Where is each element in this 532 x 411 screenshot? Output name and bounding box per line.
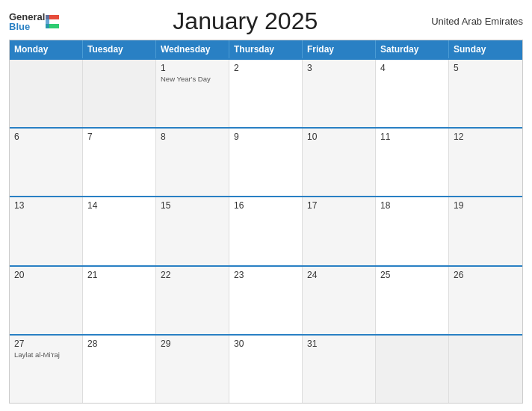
day-number: 5 (454, 63, 518, 73)
day-cell: 17 (303, 197, 376, 265)
day-cell: 9 (229, 129, 303, 196)
weeks-container: 1New Year's Day2345678910111213141516171… (10, 58, 522, 403)
day-cell: 5 (449, 60, 522, 127)
day-header-sat: Saturday (376, 40, 449, 58)
day-cell: 22 (156, 267, 229, 334)
day-number: 21 (87, 270, 151, 280)
logo-blue-text: Blue (9, 22, 45, 31)
week-row-4: 20212223242526 (10, 265, 522, 334)
day-cell (376, 336, 449, 403)
day-header-tue: Tuesday (83, 40, 156, 58)
day-cell: 30 (229, 336, 303, 403)
day-number: 17 (307, 200, 371, 211)
logo-icon (46, 15, 59, 28)
day-cell: 14 (83, 197, 156, 265)
week-row-2: 6789101112 (10, 127, 522, 196)
country-name: United Arab Emirates (431, 16, 523, 27)
week-row-1: 1New Year's Day2345 (10, 58, 522, 127)
day-cell (449, 336, 522, 403)
day-cell: 20 (10, 267, 83, 334)
day-number: 18 (380, 200, 444, 211)
day-number: 28 (87, 339, 151, 349)
day-cell: 10 (303, 129, 376, 196)
day-number: 23 (234, 270, 297, 280)
day-number: 15 (161, 200, 224, 211)
day-number: 24 (307, 270, 371, 280)
day-number: 8 (161, 132, 224, 142)
calendar-page: General Blue January 2025 United Arab Em… (0, 0, 532, 411)
day-number: 6 (14, 132, 78, 142)
day-cell (83, 60, 156, 127)
svg-rect-3 (46, 15, 49, 28)
day-cell: 26 (449, 267, 522, 334)
day-cell: 19 (449, 197, 522, 265)
day-number: 7 (87, 132, 151, 142)
day-number: 30 (234, 339, 297, 349)
day-number: 11 (380, 132, 444, 142)
day-number: 19 (454, 200, 518, 211)
day-cell: 12 (449, 129, 522, 196)
day-number: 1 (161, 63, 224, 73)
days-header: Monday Tuesday Wednesday Thursday Friday… (10, 40, 522, 58)
logo: General Blue (9, 12, 59, 31)
day-cell: 16 (229, 197, 303, 265)
day-cell: 21 (83, 267, 156, 334)
week-row-3: 13141516171819 (10, 196, 522, 265)
day-cell: 24 (303, 267, 376, 334)
calendar-grid: Monday Tuesday Wednesday Thursday Friday… (9, 40, 523, 404)
day-number: 12 (454, 132, 518, 142)
day-number: 9 (234, 132, 297, 142)
day-number: 13 (14, 200, 78, 211)
day-number: 2 (234, 63, 297, 73)
day-cell: 7 (83, 129, 156, 196)
month-title: January 2025 (59, 7, 431, 35)
week-row-5: 27Laylat al-Mi'raj28293031 (10, 334, 522, 403)
day-number: 4 (380, 63, 444, 73)
logo-general-text: General (9, 12, 45, 22)
day-event: New Year's Day (161, 75, 224, 84)
day-cell: 1New Year's Day (156, 60, 229, 127)
day-number: 10 (307, 132, 371, 142)
day-number: 16 (234, 200, 297, 211)
day-header-fri: Friday (303, 40, 376, 58)
day-header-sun: Sunday (449, 40, 522, 58)
day-number: 31 (307, 339, 371, 349)
day-cell: 6 (10, 129, 83, 196)
day-number: 26 (454, 270, 518, 280)
header: General Blue January 2025 United Arab Em… (9, 7, 523, 35)
day-number: 20 (14, 270, 78, 280)
day-event: Laylat al-Mi'raj (14, 350, 78, 359)
day-cell: 18 (376, 197, 449, 265)
day-number: 22 (161, 270, 224, 280)
day-number: 14 (87, 200, 151, 211)
day-cell: 3 (303, 60, 376, 127)
day-cell: 11 (376, 129, 449, 196)
day-cell: 27Laylat al-Mi'raj (10, 336, 83, 403)
day-cell: 8 (156, 129, 229, 196)
day-header-thu: Thursday (229, 40, 303, 58)
day-header-mon: Monday (10, 40, 83, 58)
day-cell (10, 60, 83, 127)
day-cell: 29 (156, 336, 229, 403)
day-cell: 13 (10, 197, 83, 265)
day-cell: 28 (83, 336, 156, 403)
day-number: 29 (161, 339, 224, 349)
day-cell: 23 (229, 267, 303, 334)
day-cell: 15 (156, 197, 229, 265)
day-cell: 31 (303, 336, 376, 403)
day-number: 25 (380, 270, 444, 280)
day-number: 27 (14, 339, 78, 349)
day-cell: 4 (376, 60, 449, 127)
day-header-wed: Wednesday (156, 40, 229, 58)
day-cell: 25 (376, 267, 449, 334)
day-cell: 2 (229, 60, 303, 127)
day-number: 3 (307, 63, 371, 73)
